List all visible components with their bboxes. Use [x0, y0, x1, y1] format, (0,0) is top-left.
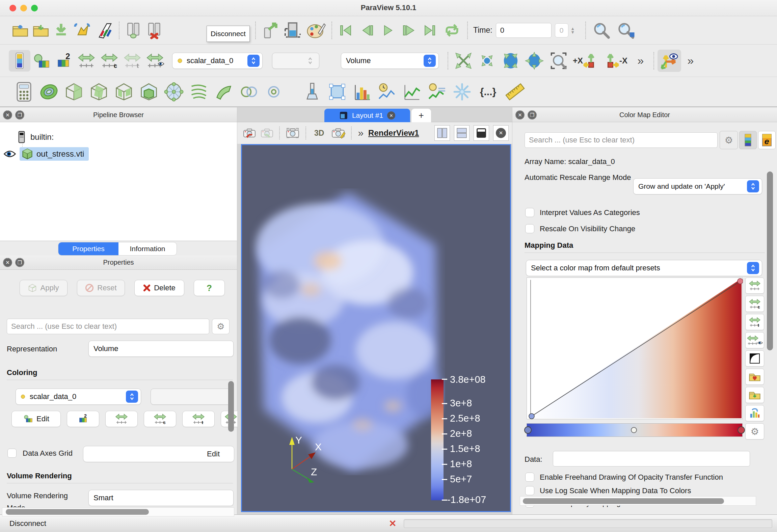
capture-screenshot-icon[interactable] [71, 23, 93, 38]
rescale-visible-range-button[interactable] [745, 332, 764, 348]
next-frame-icon[interactable] [398, 24, 419, 37]
adjust-camera-icon[interactable] [329, 127, 348, 139]
rescale-custom-range-button[interactable]: c [745, 296, 764, 312]
representation-dropdown[interactable]: Volume [88, 341, 234, 357]
help-button[interactable]: ? [194, 280, 225, 296]
server-connect-icon[interactable] [123, 22, 144, 39]
pipeline-item-builtin[interactable]: builtin: [18, 131, 54, 143]
set-view-minus-x-icon[interactable]: -X [600, 52, 631, 70]
separate-color-map-button[interactable]: 2 [67, 411, 99, 427]
histogram-filter-icon[interactable] [350, 82, 375, 101]
rescale-custom-range-button[interactable]: c [144, 411, 176, 427]
zoom-closest-icon[interactable] [614, 21, 638, 39]
component-selector[interactable] [272, 53, 319, 69]
new-layout-tab-button[interactable]: + [411, 109, 431, 122]
color-point-min[interactable] [524, 426, 532, 434]
contour-filter-icon[interactable] [36, 82, 61, 102]
undock-panel-icon[interactable]: ❐ [15, 258, 24, 267]
tab-properties[interactable]: Properties [58, 242, 118, 255]
data-axes-grid-checkbox[interactable] [7, 449, 17, 458]
representation-selector[interactable]: Volume [341, 53, 439, 69]
rescale-temporal-range-icon[interactable]: t [121, 53, 144, 68]
tab-information[interactable]: Information [118, 242, 177, 255]
colormap-search-input[interactable] [525, 132, 718, 148]
slice-filter-icon[interactable] [86, 82, 111, 102]
rescale-data-range-button[interactable] [745, 277, 764, 294]
clip-filter-icon[interactable] [61, 82, 86, 102]
save-data-icon[interactable] [30, 23, 51, 37]
color-transfer-strip[interactable] [527, 423, 743, 437]
colormap-advanced-gear-button[interactable]: ⚙ [745, 423, 764, 440]
warp-filter-icon[interactable] [211, 83, 236, 101]
close-panel-icon[interactable]: ✕ [3, 258, 12, 267]
loop-icon[interactable] [440, 23, 464, 38]
show-colormap-list-icon[interactable] [739, 131, 757, 149]
split-vertical-icon[interactable] [454, 125, 470, 141]
probe-location-icon[interactable] [300, 82, 325, 102]
group-datasets-icon[interactable] [236, 83, 261, 101]
play-icon[interactable] [377, 24, 398, 37]
ungroup-datasets-icon[interactable] [261, 83, 286, 101]
first-frame-icon[interactable] [336, 24, 356, 37]
visibility-eye-icon[interactable] [3, 149, 16, 159]
rescale-visible-range-icon[interactable] [144, 53, 167, 68]
histogram-update-button[interactable] [745, 405, 764, 421]
python-trace-icon[interactable]: {...} [475, 86, 502, 98]
volume-rendering-mode-dropdown[interactable]: Smart [88, 490, 234, 506]
plot-selection-over-time-icon[interactable] [400, 82, 425, 101]
rescale-custom-range-icon[interactable]: c [98, 53, 121, 68]
toggle-color-legend-icon[interactable] [9, 50, 30, 72]
close-tab-icon[interactable]: ✕ [387, 111, 395, 119]
color-point-max[interactable] [738, 426, 745, 434]
view-3d-label[interactable]: 3D [314, 129, 324, 138]
server-disconnect-icon[interactable] [144, 22, 165, 39]
split-horizontal-icon[interactable] [434, 125, 450, 141]
export-data-icon[interactable] [51, 23, 71, 38]
opacity-control-point-min[interactable] [529, 414, 534, 419]
pipeline-item-out-stress[interactable]: out_stress.vti [3, 147, 89, 161]
delete-button[interactable]: Delete [134, 280, 184, 296]
search-options-gear-icon[interactable]: ⚙ [212, 319, 230, 334]
camera-undo-icon[interactable] [241, 128, 258, 138]
calculator-filter-icon[interactable] [11, 82, 36, 102]
render-viewport[interactable]: Y X Z 3.8e+08 3e+8 2.5e+8 2e+8 1.5e+8 1e… [241, 144, 511, 512]
invert-transfer-function-button[interactable] [745, 350, 764, 367]
maximize-view-icon[interactable] [474, 125, 489, 141]
reset-camera-closest-icon[interactable] [475, 51, 499, 70]
stream-tracer-filter-icon[interactable] [186, 83, 211, 101]
search-options-gear-icon[interactable]: ⚙ [720, 131, 738, 149]
opacity-function-editor[interactable] [527, 277, 743, 419]
rescale-temporal-range-button[interactable]: t [182, 411, 215, 427]
last-frame-icon[interactable] [419, 24, 440, 37]
set-view-plus-x-icon[interactable]: +X [571, 52, 600, 70]
reset-button[interactable]: Reset [77, 280, 125, 296]
abort-icon[interactable]: ✕ [389, 518, 397, 529]
shrink-camera-icon[interactable] [523, 51, 546, 70]
camera-redo-icon[interactable] [258, 128, 276, 138]
extract-data-icon[interactable] [282, 21, 304, 39]
frame-spinbox[interactable]: 0 [555, 23, 568, 37]
glyph-filter-icon[interactable] [161, 82, 186, 102]
properties-search-input[interactable] [7, 319, 209, 334]
log-scale-checkbox[interactable] [525, 486, 534, 495]
choose-preset-button[interactable] [745, 369, 764, 385]
zoom-to-data-icon[interactable] [589, 21, 614, 39]
interpret-categories-checkbox[interactable] [525, 208, 534, 217]
extract-subset-filter-icon[interactable] [136, 82, 161, 102]
coloring-component-dropdown[interactable] [151, 389, 234, 405]
color-point-mid[interactable] [631, 427, 637, 433]
orientation-axes-visibility-icon[interactable] [658, 50, 681, 72]
export-scene-icon[interactable] [259, 21, 282, 39]
close-panel-icon[interactable]: ✕ [515, 110, 525, 119]
rescale-visibility-checkbox[interactable] [525, 224, 534, 233]
data-value-input[interactable] [553, 451, 750, 467]
scalar-bar[interactable]: 3.8e+08 3e+8 2.5e+8 2e+8 1.5e+8 1e+8 5e+… [430, 375, 511, 510]
opacity-control-point-max[interactable] [738, 278, 743, 284]
rubber-band-zoom-icon[interactable] [499, 51, 523, 70]
undock-panel-icon[interactable]: ❐ [15, 110, 24, 119]
properties-vertical-scrollbar[interactable] [228, 381, 234, 432]
edit-color-map-icon[interactable] [30, 52, 53, 69]
toolbar-overflow-chevron[interactable]: » [631, 54, 650, 67]
temporal-interpolator-icon[interactable] [450, 82, 475, 101]
rescale-data-range-icon[interactable] [75, 53, 98, 68]
